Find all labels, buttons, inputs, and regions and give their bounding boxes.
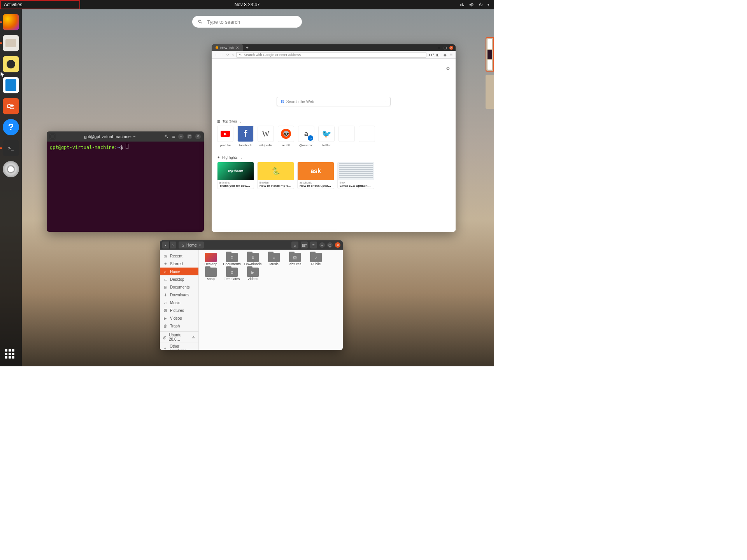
files-pathbar[interactable]: ⌂ Home ▾ (179, 242, 204, 248)
folder-videos[interactable]: ▶Videos (244, 268, 262, 281)
terminal-close-button[interactable]: ✕ (195, 134, 201, 139)
tile-blank-1[interactable] (338, 126, 355, 147)
sidebar-item-downloads[interactable]: ⬇Downloads (160, 291, 198, 299)
firefox-maximize-button[interactable]: ▢ (443, 46, 447, 50)
highlights-header[interactable]: ✦ Highlights ⌄ (217, 156, 450, 159)
tile-blank-2[interactable] (359, 126, 375, 147)
search-icon (198, 19, 203, 24)
tile-reddit[interactable]: 👽reddit (278, 126, 294, 147)
firefox-toolbar: ← → ⟳ ⌂ Search with Google or enter addr… (212, 51, 456, 59)
highlight-card[interactable]: linuxLinux 101: Updating Your … (337, 162, 374, 189)
sidebar-item-drive[interactable]: ◎Ubuntu 20.0…⏏ (160, 333, 198, 341)
terminal-body[interactable]: gpt@gpt-virtual-machine:~$ (47, 142, 204, 232)
files-window[interactable]: ‹ › ⌂ Home ▾ ⌕ ▦▾ ≡ – ▢ ✕ ◷Recent ★Starr… (160, 240, 343, 350)
clock[interactable]: Nov 8 23:47 (235, 2, 260, 7)
sidebar-item-music[interactable]: ♫Music (160, 299, 198, 306)
home-button[interactable]: ⌂ (232, 53, 234, 57)
back-button[interactable]: ← (215, 53, 218, 57)
eject-icon[interactable]: ⏏ (192, 335, 195, 339)
sidebar-item-videos[interactable]: ▶Videos (160, 314, 198, 322)
highlight-card[interactable]: 🐍 linuxizeHow to Install Pip on Ubu… (257, 162, 294, 189)
highlight-card[interactable]: ask askubuntuHow to check updates ins… (297, 162, 334, 189)
library-icon[interactable]: ⫾⫾\ (429, 53, 433, 57)
chevron-down-icon: ▾ (487, 3, 489, 7)
terminal-maximize-button[interactable]: ▢ (187, 134, 192, 139)
newtab-settings-icon[interactable]: ⚙ (446, 66, 450, 71)
sidebar-item-desktop[interactable]: ▭Desktop (160, 275, 198, 283)
tile-youtube[interactable]: ▶youtube (217, 126, 233, 147)
folder-music[interactable]: ♫Music (265, 253, 283, 266)
firefox-menu-button[interactable]: ≡ (450, 52, 452, 58)
workspace-2[interactable] (486, 75, 494, 109)
dock-help[interactable]: ? (3, 119, 19, 135)
files-view-grid-button[interactable]: ▦▾ (301, 242, 308, 248)
newtab-search[interactable]: G Search the Web → (277, 97, 391, 106)
search-icon (239, 53, 242, 56)
files-main[interactable]: Desktop 🗎Documents ⬇Downloads ♫Music 🖼Pi… (199, 250, 343, 350)
firefox-window[interactable]: New Tab ✕ + – ▢ ✕ ← → ⟳ ⌂ Search with Go… (212, 44, 456, 232)
dock-terminal[interactable]: >_ (3, 140, 19, 156)
files-menu-button[interactable]: ≡ (310, 242, 317, 248)
dock-files[interactable] (3, 35, 19, 51)
tile-facebook[interactable]: ffacebook (237, 126, 254, 147)
folder-public[interactable]: ↗Public (307, 253, 325, 266)
dock-firefox[interactable] (3, 14, 19, 30)
dock-software[interactable]: 🛍 (3, 98, 19, 114)
sidebar-item-trash[interactable]: 🗑Trash (160, 322, 198, 330)
files-forward-button[interactable]: › (169, 242, 176, 248)
show-applications-button[interactable] (5, 349, 17, 361)
sidebar-item-recent[interactable]: ◷Recent (160, 252, 198, 260)
sidebar-item-starred[interactable]: ★Starred (160, 260, 198, 268)
folder-downloads[interactable]: ⬇Downloads (244, 253, 262, 266)
dock-disc[interactable] (3, 161, 19, 177)
url-bar[interactable]: Search with Google or enter address (236, 52, 426, 58)
sidebar-item-documents[interactable]: 🗎Documents (160, 283, 198, 291)
folder-documents[interactable]: 🗎Documents (223, 253, 241, 266)
firefox-new-tab-page: ⚙ G Search the Web → ▦ Top Sites ⌄ ▶yout… (212, 59, 456, 232)
sidebar-item-home[interactable]: ⌂Home (160, 268, 198, 275)
overview-search[interactable]: Type to search (192, 16, 302, 28)
files-close-button[interactable]: ✕ (335, 242, 340, 248)
terminal-minimize-button[interactable]: – (178, 134, 184, 139)
terminal-new-tab-icon[interactable] (50, 134, 55, 139)
folder-pictures[interactable]: 🖼Pictures (286, 253, 304, 266)
topsites-header[interactable]: ▦ Top Sites ⌄ (217, 119, 450, 123)
highlights-row: PyCharm jetbrainsThank you for downloadi… (217, 162, 450, 189)
sidebar-item-other[interactable]: +Other Locations (160, 345, 198, 350)
folder-snap[interactable]: snap (202, 268, 220, 281)
highlight-card[interactable]: PyCharm jetbrainsThank you for downloadi… (217, 162, 254, 189)
firefox-close-button[interactable]: ✕ (449, 46, 453, 50)
tile-twitter[interactable]: 🐦twitter (318, 126, 335, 147)
firefox-minimize-button[interactable]: – (437, 46, 441, 50)
files-minimize-button[interactable]: – (319, 242, 325, 248)
sidebar-icon[interactable]: ◧ (436, 53, 440, 57)
dock-rhythmbox[interactable] (3, 56, 19, 72)
tile-amazon[interactable]: a⌕@amazon (298, 126, 314, 147)
tile-wikipedia[interactable]: Wwikipedia (258, 126, 274, 147)
folder-templates[interactable]: 🗎Templates (223, 268, 241, 281)
topsites-row: ▶youtube ffacebook Wwikipedia 👽reddit a⌕… (217, 126, 450, 147)
terminal-window[interactable]: gpt@gpt-virtual-machine: ~ ≡ – ▢ ✕ gpt@g… (47, 131, 204, 232)
files-search-button[interactable]: ⌕ (291, 242, 298, 248)
workspace-1[interactable] (486, 37, 494, 72)
desktop: Activities Nov 8 23:47 ▾ Type to search … (0, 0, 494, 366)
tab-close-icon[interactable]: ✕ (236, 46, 239, 50)
sidebar-item-pictures[interactable]: 🖼Pictures (160, 306, 198, 314)
home-icon: ⌂ (182, 243, 184, 247)
reload-button[interactable]: ⟳ (226, 53, 230, 57)
terminal-titlebar[interactable]: gpt@gpt-virtual-machine: ~ ≡ – ▢ ✕ (47, 131, 204, 142)
files-maximize-button[interactable]: ▢ (327, 242, 333, 248)
folder-desktop[interactable]: Desktop (202, 253, 220, 266)
firefox-tab-new[interactable]: New Tab ✕ (212, 44, 243, 51)
dock-writer[interactable] (3, 77, 19, 93)
activities-button[interactable]: Activities (0, 0, 26, 9)
terminal-search-icon[interactable] (164, 134, 169, 139)
files-back-button[interactable]: ‹ (162, 242, 169, 248)
account-icon[interactable]: ◉ (443, 53, 447, 57)
new-tab-button[interactable]: + (243, 45, 252, 51)
status-area[interactable]: ▾ (459, 2, 494, 7)
forward-button[interactable]: → (221, 53, 224, 57)
volume-icon (469, 2, 474, 7)
terminal-menu-icon[interactable]: ≡ (169, 134, 178, 140)
chevron-down-icon[interactable]: ▾ (199, 243, 201, 247)
